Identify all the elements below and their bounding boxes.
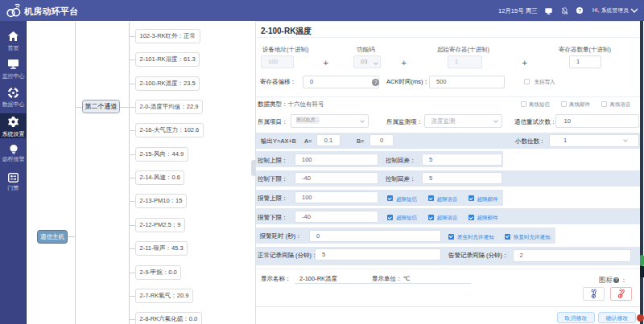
svg-text:?: ? <box>615 277 617 282</box>
svg-text:?: ? <box>578 8 581 13</box>
svg-text:?: ? <box>374 79 377 86</box>
